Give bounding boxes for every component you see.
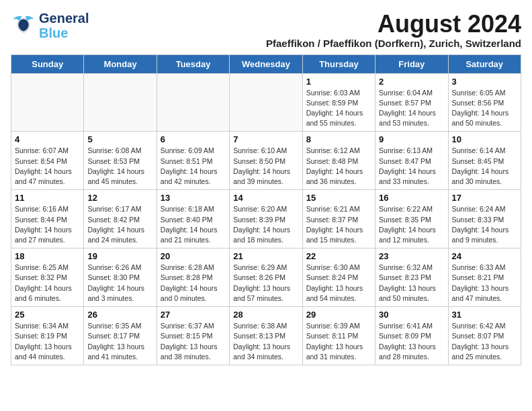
calendar-cell: 28Sunrise: 6:38 AM Sunset: 8:13 PM Dayli… [230,307,302,365]
page-header: General Blue August 2024 Pfaeffikon / Pf… [11,11,521,49]
calendar-cell: 26Sunrise: 6:35 AM Sunset: 8:17 PM Dayli… [84,307,157,365]
calendar-cell: 6Sunrise: 6:09 AM Sunset: 8:51 PM Daylig… [157,132,229,190]
day-number: 28 [233,310,298,320]
day-number: 20 [161,251,226,261]
weekday-header-wednesday: Wednesday [230,54,302,73]
week-row-1: 1Sunrise: 6:03 AM Sunset: 8:59 PM Daylig… [11,73,521,132]
day-info: Sunrise: 6:17 AM Sunset: 8:42 PM Dayligh… [87,204,152,245]
logo: General Blue [11,11,89,40]
day-info: Sunrise: 6:33 AM Sunset: 8:21 PM Dayligh… [452,263,517,304]
day-number: 27 [161,310,226,320]
day-number: 7 [233,134,298,144]
day-number: 29 [306,310,371,320]
calendar-cell: 9Sunrise: 6:13 AM Sunset: 8:47 PM Daylig… [375,132,448,190]
day-info: Sunrise: 6:30 AM Sunset: 8:24 PM Dayligh… [306,263,371,304]
calendar-cell: 13Sunrise: 6:18 AM Sunset: 8:40 PM Dayli… [157,190,229,248]
day-info: Sunrise: 6:08 AM Sunset: 8:53 PM Dayligh… [87,146,152,187]
week-row-5: 25Sunrise: 6:34 AM Sunset: 8:19 PM Dayli… [11,307,521,365]
calendar-cell [230,73,302,132]
calendar-cell: 25Sunrise: 6:34 AM Sunset: 8:19 PM Dayli… [11,307,84,365]
day-info: Sunrise: 6:28 AM Sunset: 8:28 PM Dayligh… [161,263,226,304]
calendar-cell: 22Sunrise: 6:30 AM Sunset: 8:24 PM Dayli… [302,248,375,307]
day-info: Sunrise: 6:12 AM Sunset: 8:48 PM Dayligh… [306,146,371,187]
day-number: 26 [87,310,152,320]
weekday-header-friday: Friday [375,54,448,73]
calendar-cell: 11Sunrise: 6:16 AM Sunset: 8:44 PM Dayli… [11,190,84,248]
week-row-2: 4Sunrise: 6:07 AM Sunset: 8:54 PM Daylig… [11,132,521,190]
day-info: Sunrise: 6:07 AM Sunset: 8:54 PM Dayligh… [15,146,80,187]
day-info: Sunrise: 6:20 AM Sunset: 8:39 PM Dayligh… [233,204,298,245]
week-row-4: 18Sunrise: 6:25 AM Sunset: 8:32 PM Dayli… [11,248,521,307]
day-number: 3 [452,77,517,87]
day-info: Sunrise: 6:14 AM Sunset: 8:45 PM Dayligh… [452,146,517,187]
calendar-cell: 2Sunrise: 6:04 AM Sunset: 8:57 PM Daylig… [375,73,448,132]
day-number: 15 [306,193,371,203]
day-info: Sunrise: 6:34 AM Sunset: 8:19 PM Dayligh… [15,321,80,362]
calendar-cell: 8Sunrise: 6:12 AM Sunset: 8:48 PM Daylig… [302,132,375,190]
day-number: 6 [161,134,226,144]
day-number: 13 [161,193,226,203]
day-number: 18 [15,251,80,261]
calendar-cell: 4Sunrise: 6:07 AM Sunset: 8:54 PM Daylig… [11,132,84,190]
calendar-cell: 24Sunrise: 6:33 AM Sunset: 8:21 PM Dayli… [448,248,521,307]
day-info: Sunrise: 6:10 AM Sunset: 8:50 PM Dayligh… [233,146,298,187]
calendar-cell [157,73,229,132]
logo-blue: Blue [39,26,89,40]
weekday-header-thursday: Thursday [302,54,375,73]
calendar-cell: 10Sunrise: 6:14 AM Sunset: 8:45 PM Dayli… [448,132,521,190]
day-number: 2 [379,77,444,87]
day-number: 17 [452,193,517,203]
day-number: 10 [452,134,517,144]
day-number: 12 [87,193,152,203]
calendar-cell: 27Sunrise: 6:37 AM Sunset: 8:15 PM Dayli… [157,307,229,365]
calendar-cell: 23Sunrise: 6:32 AM Sunset: 8:23 PM Dayli… [375,248,448,307]
day-info: Sunrise: 6:37 AM Sunset: 8:15 PM Dayligh… [161,321,226,362]
weekday-header-monday: Monday [84,54,157,73]
day-number: 30 [379,310,444,320]
weekday-header-row: SundayMondayTuesdayWednesdayThursdayFrid… [11,54,521,73]
day-number: 22 [306,251,371,261]
day-info: Sunrise: 6:13 AM Sunset: 8:47 PM Dayligh… [379,146,444,187]
day-info: Sunrise: 6:39 AM Sunset: 8:11 PM Dayligh… [306,321,371,362]
day-number: 5 [87,134,152,144]
day-number: 4 [15,134,80,144]
calendar-cell: 17Sunrise: 6:24 AM Sunset: 8:33 PM Dayli… [448,190,521,248]
day-info: Sunrise: 6:42 AM Sunset: 8:07 PM Dayligh… [452,321,517,362]
day-info: Sunrise: 6:24 AM Sunset: 8:33 PM Dayligh… [452,204,517,245]
day-number: 16 [379,193,444,203]
week-row-3: 11Sunrise: 6:16 AM Sunset: 8:44 PM Dayli… [11,190,521,248]
day-number: 23 [379,251,444,261]
calendar-subtitle: Pfaeffikon / Pfaeffikon (Dorfkern), Zuri… [266,38,521,49]
calendar-title: August 2024 [266,11,521,38]
day-info: Sunrise: 6:04 AM Sunset: 8:57 PM Dayligh… [379,88,444,129]
day-info: Sunrise: 6:35 AM Sunset: 8:17 PM Dayligh… [87,321,152,362]
day-number: 11 [15,193,80,203]
calendar-cell: 5Sunrise: 6:08 AM Sunset: 8:53 PM Daylig… [84,132,157,190]
day-number: 8 [306,134,371,144]
calendar-cell: 19Sunrise: 6:26 AM Sunset: 8:30 PM Dayli… [84,248,157,307]
calendar-cell [11,73,84,132]
day-number: 14 [233,193,298,203]
day-info: Sunrise: 6:38 AM Sunset: 8:13 PM Dayligh… [233,321,298,362]
calendar-cell: 20Sunrise: 6:28 AM Sunset: 8:28 PM Dayli… [157,248,229,307]
day-info: Sunrise: 6:21 AM Sunset: 8:37 PM Dayligh… [306,204,371,245]
day-number: 31 [452,310,517,320]
calendar-cell [84,73,157,132]
day-info: Sunrise: 6:05 AM Sunset: 8:56 PM Dayligh… [452,88,517,129]
day-number: 25 [15,310,80,320]
day-info: Sunrise: 6:18 AM Sunset: 8:40 PM Dayligh… [161,204,226,245]
day-number: 1 [306,77,371,87]
calendar-table: SundayMondayTuesdayWednesdayThursdayFrid… [11,54,521,365]
day-info: Sunrise: 6:41 AM Sunset: 8:09 PM Dayligh… [379,321,444,362]
calendar-cell: 7Sunrise: 6:10 AM Sunset: 8:50 PM Daylig… [230,132,302,190]
calendar-cell: 3Sunrise: 6:05 AM Sunset: 8:56 PM Daylig… [448,73,521,132]
calendar-cell: 31Sunrise: 6:42 AM Sunset: 8:07 PM Dayli… [448,307,521,365]
day-number: 9 [379,134,444,144]
day-info: Sunrise: 6:09 AM Sunset: 8:51 PM Dayligh… [161,146,226,187]
calendar-cell: 21Sunrise: 6:29 AM Sunset: 8:26 PM Dayli… [230,248,302,307]
day-number: 24 [452,251,517,261]
weekday-header-sunday: Sunday [11,54,84,73]
logo-icon [11,13,36,38]
day-number: 21 [233,251,298,261]
day-info: Sunrise: 6:32 AM Sunset: 8:23 PM Dayligh… [379,263,444,304]
